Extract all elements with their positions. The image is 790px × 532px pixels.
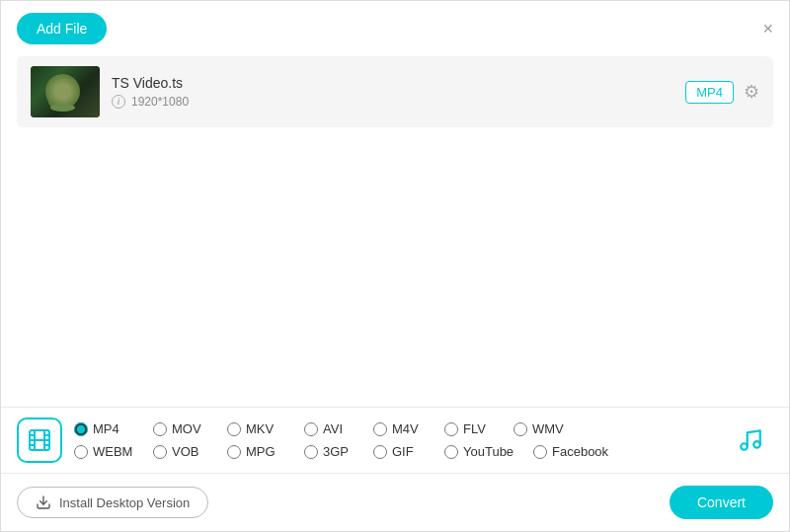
download-icon (36, 494, 51, 510)
format-label-webm: WEBM (93, 444, 132, 459)
app-window: Add File × TS Video.ts i 1920*1080 MP4 ⚙ (1, 1, 789, 531)
format-label-m4v: M4V (392, 421, 419, 436)
format-option-youtube[interactable]: YouTube (444, 441, 533, 462)
format-label-flv: FLV (463, 421, 486, 436)
file-list: TS Video.ts i 1920*1080 MP4 ⚙ (1, 56, 789, 130)
format-label-mov: MOV (172, 421, 201, 436)
bottom-section: MP4 MOV MKV AVI (1, 407, 789, 531)
format-badge[interactable]: MP4 (685, 81, 734, 104)
file-resolution: 1920*1080 (131, 95, 189, 109)
format-option-gif[interactable]: GIF (373, 441, 444, 462)
header: Add File × (1, 1, 789, 56)
format-label-3gp: 3GP (323, 444, 349, 459)
format-label-vob: VOB (172, 444, 198, 459)
film-icon (17, 418, 62, 463)
install-desktop-button[interactable]: Install Desktop Version (17, 487, 208, 518)
file-info: TS Video.ts i 1920*1080 (112, 75, 673, 109)
file-meta: i 1920*1080 (112, 95, 673, 109)
main-content (1, 130, 789, 407)
format-option-vob[interactable]: VOB (153, 441, 227, 462)
format-label-avi: AVI (323, 421, 343, 436)
svg-point-9 (753, 441, 760, 448)
format-option-3gp[interactable]: 3GP (304, 441, 373, 462)
file-item: TS Video.ts i 1920*1080 MP4 ⚙ (17, 56, 773, 127)
format-row-2: WEBM VOB MPG 3GP (74, 441, 720, 462)
format-label-youtube: YouTube (463, 444, 514, 459)
format-option-mkv[interactable]: MKV (227, 418, 304, 439)
format-label-mkv: MKV (246, 421, 274, 436)
settings-icon[interactable]: ⚙ (744, 81, 759, 103)
format-option-mpg[interactable]: MPG (227, 441, 304, 462)
format-option-avi[interactable]: AVI (304, 418, 373, 439)
format-option-wmv[interactable]: WMV (514, 418, 583, 439)
format-option-m4v[interactable]: M4V (373, 418, 444, 439)
svg-point-8 (741, 443, 748, 450)
close-button[interactable]: × (762, 20, 773, 38)
format-label-mpg: MPG (246, 444, 276, 459)
format-label-wmv: WMV (532, 421, 564, 436)
format-options: MP4 MOV MKV AVI (74, 418, 720, 462)
action-bar: Install Desktop Version Convert (1, 474, 789, 531)
format-label-facebook: Facebook (552, 444, 608, 459)
install-label: Install Desktop Version (59, 495, 190, 510)
format-option-webm[interactable]: WEBM (74, 441, 153, 462)
format-option-flv[interactable]: FLV (444, 418, 514, 439)
add-file-button[interactable]: Add File (17, 13, 107, 44)
info-icon: i (112, 95, 125, 109)
convert-button[interactable]: Convert (670, 486, 773, 519)
file-thumbnail (31, 66, 100, 117)
format-row-1: MP4 MOV MKV AVI (74, 418, 720, 439)
format-option-facebook[interactable]: Facebook (533, 441, 622, 462)
format-label-gif: GIF (392, 444, 414, 459)
file-actions: MP4 ⚙ (685, 81, 759, 104)
format-option-mp4[interactable]: MP4 (74, 418, 153, 439)
format-option-mov[interactable]: MOV (153, 418, 227, 439)
format-bar: MP4 MOV MKV AVI (1, 408, 789, 474)
audio-format-icon[interactable] (728, 418, 773, 463)
file-name: TS Video.ts (112, 75, 673, 91)
format-label-mp4: MP4 (93, 421, 119, 436)
